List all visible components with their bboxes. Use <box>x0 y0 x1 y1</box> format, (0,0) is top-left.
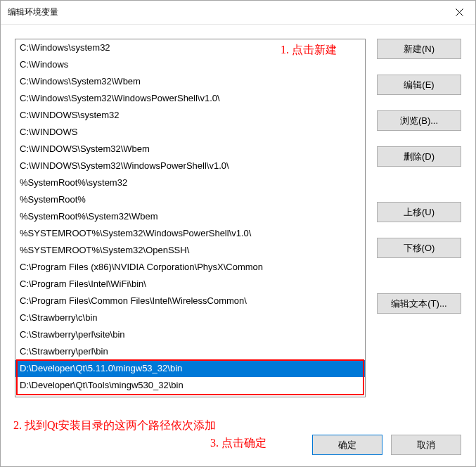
move-down-button[interactable]: 下移(O) <box>377 238 461 258</box>
path-listbox[interactable]: C:\Windows\system32C:\WindowsC:\Windows\… <box>15 39 366 397</box>
list-item[interactable]: C:\Strawberry\c\bin <box>15 309 365 326</box>
list-item[interactable]: %SYSTEMROOT%\System32\WindowsPowerShell\… <box>15 225 365 242</box>
titlebar: 编辑环境变量 <box>1 1 475 25</box>
list-item[interactable]: C:\Strawberry\perl\site\bin <box>15 326 365 343</box>
list-item[interactable]: %SystemRoot%\system32 <box>15 174 365 191</box>
list-item[interactable]: C:\Windows\System32\WindowsPowerShell\v1… <box>15 90 365 107</box>
list-item[interactable]: C:\Strawberry\perl\bin <box>15 343 365 360</box>
list-item[interactable]: %SystemRoot%\System32\Wbem <box>15 208 365 225</box>
dialog-footer: 确定 取消 <box>312 435 461 455</box>
move-up-button[interactable]: 上移(U) <box>377 202 461 222</box>
dialog-window: 编辑环境变量 C:\Windows\system32C:\WindowsC:\W… <box>0 0 476 467</box>
edit-text-button[interactable]: 编辑文本(T)... <box>377 293 461 314</box>
list-item[interactable]: C:\WINDOWS\system32 <box>15 107 365 124</box>
new-button[interactable]: 新建(N) <box>377 39 461 59</box>
button-column: 新建(N) 编辑(E) 浏览(B)... 删除(D) 上移(U) 下移(O) 编… <box>377 39 461 455</box>
list-item[interactable]: D:\Developer\Qt\5.11.0\mingw53_32\bin <box>15 360 365 377</box>
list-item[interactable]: %SystemRoot% <box>15 191 365 208</box>
window-title: 编辑环境变量 <box>8 6 58 18</box>
browse-button[interactable]: 浏览(B)... <box>377 110 461 131</box>
close-button[interactable] <box>443 1 475 25</box>
list-item[interactable]: C:\WINDOWS\System32\WindowsPowerShell\v1… <box>15 158 365 174</box>
list-item[interactable]: D:\Developer\Qt\Tools\mingw530_32\bin <box>15 377 365 394</box>
list-item[interactable]: %SYSTEMROOT%\System32\OpenSSH\ <box>15 242 365 259</box>
list-item[interactable]: C:\Program Files (x86)\NVIDIA Corporatio… <box>15 259 365 276</box>
ok-button[interactable]: 确定 <box>312 435 382 455</box>
cancel-button[interactable]: 取消 <box>391 435 461 455</box>
close-icon <box>456 8 463 16</box>
list-item[interactable]: C:\Windows\System32\Wbem <box>15 73 365 90</box>
list-item[interactable]: C:\Windows <box>15 56 365 73</box>
list-item[interactable]: C:\Program Files\Intel\WiFi\bin\ <box>15 276 365 293</box>
list-item[interactable]: C:\WINDOWS <box>15 124 365 141</box>
dialog-content: C:\Windows\system32C:\WindowsC:\Windows\… <box>1 25 475 466</box>
list-item[interactable]: C:\WINDOWS\System32\Wbem <box>15 141 365 158</box>
list-item[interactable]: C:\Program Files\Common Files\Intel\Wire… <box>15 293 365 309</box>
delete-button[interactable]: 删除(D) <box>377 146 461 167</box>
edit-button[interactable]: 编辑(E) <box>377 75 461 95</box>
list-item[interactable]: C:\Windows\system32 <box>15 39 365 56</box>
